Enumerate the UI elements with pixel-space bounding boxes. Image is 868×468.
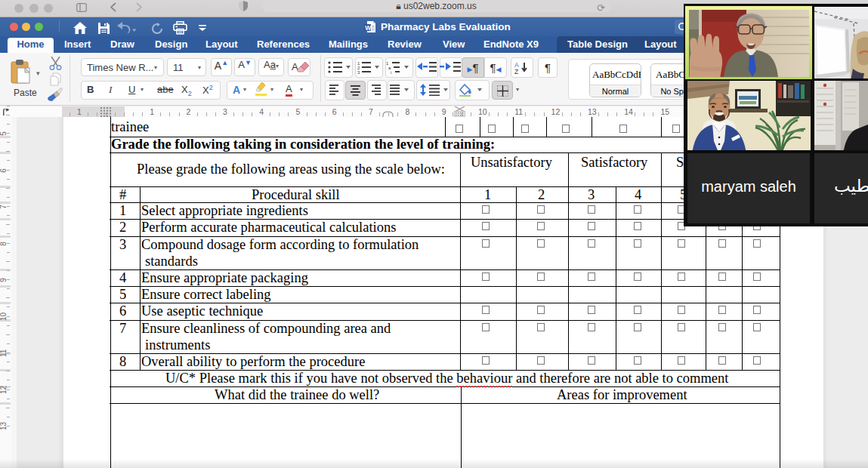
svg-text:3: 3 [357, 70, 360, 75]
svg-text:Z: Z [514, 68, 518, 74]
svg-text:i: i [391, 70, 391, 75]
svg-text:W: W [365, 24, 372, 32]
